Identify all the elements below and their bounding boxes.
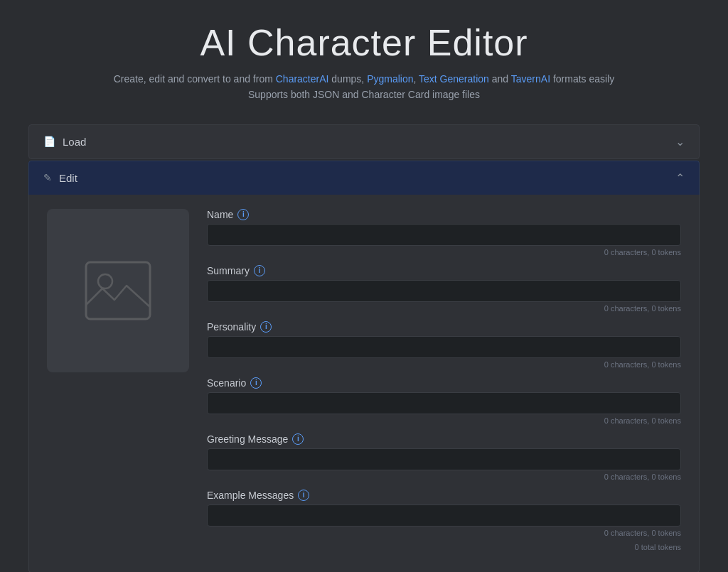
examples-counter: 0 characters, 0 tokens [207, 529, 681, 537]
load-section-header[interactable]: 📄 Load ⌄ [28, 124, 700, 159]
name-label: Name i [207, 209, 681, 220]
greeting-info-icon[interactable]: i [292, 433, 304, 445]
field-group-summary: Summary i 0 characters, 0 tokens [207, 265, 681, 318]
field-group-examples: Example Messages i 0 characters, 0 token… [207, 490, 681, 551]
name-info-icon[interactable]: i [237, 209, 249, 220]
examples-input[interactable] [207, 504, 681, 527]
link-tavernai[interactable]: TavernAI [511, 73, 550, 85]
greeting-counter: 0 characters, 0 tokens [207, 473, 681, 481]
greeting-label: Greeting Message i [207, 433, 681, 445]
summary-info-icon[interactable]: i [254, 265, 265, 276]
examples-label: Example Messages i [207, 490, 681, 501]
subtitle-line2: Supports both JSON and Character Card im… [248, 89, 480, 100]
link-text-generation[interactable]: Text Generation [419, 73, 489, 85]
name-input[interactable] [207, 224, 681, 246]
scenario-input[interactable] [207, 392, 681, 414]
edit-section-body: Name i 0 characters, 0 tokens Summary i [28, 195, 700, 572]
summary-label: Summary i [207, 265, 681, 276]
personality-counter: 0 characters, 0 tokens [207, 360, 681, 369]
avatar-icon [82, 259, 154, 323]
edit-chevron: ⌃ [675, 171, 685, 185]
field-group-name: Name i 0 characters, 0 tokens [207, 209, 681, 262]
greeting-input[interactable] [207, 448, 681, 470]
scenario-counter: 0 characters, 0 tokens [207, 416, 681, 425]
svg-rect-0 [86, 262, 150, 319]
personality-input[interactable] [207, 336, 681, 358]
svg-point-1 [98, 274, 112, 288]
subtitle-line1: Create, edit and convert to and from Cha… [114, 73, 615, 85]
field-group-personality: Personality i 0 characters, 0 tokens [207, 321, 681, 374]
edit-label: Edit [59, 172, 77, 184]
sections-wrapper: 📄 Load ⌄ ✎ Edit ⌃ [28, 124, 700, 572]
page-title: AI Character Editor [28, 21, 700, 64]
name-counter: 0 characters, 0 tokens [207, 248, 681, 257]
examples-info-icon[interactable]: i [298, 490, 309, 501]
field-group-greeting: Greeting Message i 0 characters, 0 token… [207, 433, 681, 487]
link-pygmalion[interactable]: Pygmalion [367, 73, 413, 85]
total-tokens: 0 total tokens [207, 543, 681, 551]
fields-container: Name i 0 characters, 0 tokens Summary i [207, 209, 681, 554]
avatar-container[interactable] [47, 209, 189, 372]
scenario-label: Scenario i [207, 377, 681, 389]
page-subtitle: Create, edit and convert to and from Cha… [28, 71, 700, 103]
edit-icon: ✎ [43, 172, 52, 183]
avatar-placeholder [82, 259, 154, 323]
load-label: Load [63, 136, 86, 148]
load-chevron: ⌄ [675, 135, 685, 149]
section-edit: ✎ Edit ⌃ [28, 161, 700, 572]
personality-label: Personality i [207, 321, 681, 333]
summary-input[interactable] [207, 280, 681, 302]
edit-section-header[interactable]: ✎ Edit ⌃ [28, 161, 700, 195]
section-load: 📄 Load ⌄ [28, 124, 700, 159]
scenario-info-icon[interactable]: i [250, 377, 262, 389]
field-group-scenario: Scenario i 0 characters, 0 tokens [207, 377, 681, 431]
link-characterai[interactable]: CharacterAI [276, 73, 329, 85]
edit-layout: Name i 0 characters, 0 tokens Summary i [47, 209, 681, 554]
personality-info-icon[interactable]: i [260, 321, 272, 333]
summary-counter: 0 characters, 0 tokens [207, 304, 681, 313]
load-icon: 📄 [43, 136, 55, 147]
page-wrapper: AI Character Editor Create, edit and con… [0, 0, 728, 572]
